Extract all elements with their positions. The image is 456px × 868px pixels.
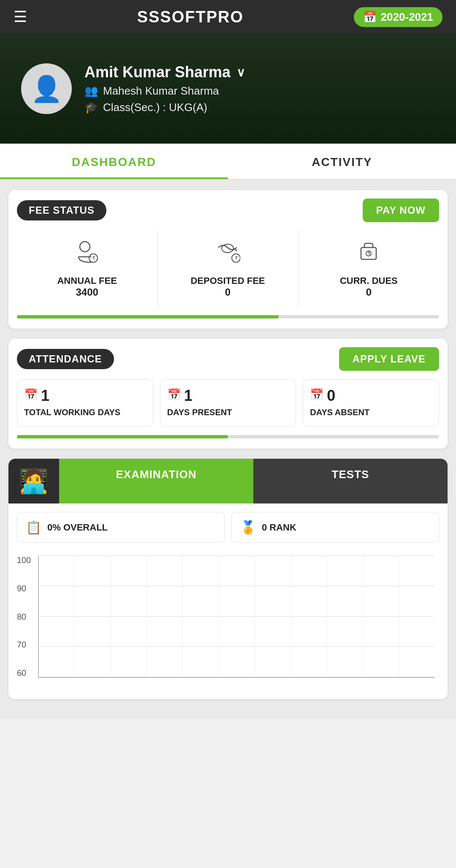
profile-class: 🎓 Class(Sec.) : UKG(A) <box>84 101 245 114</box>
days-present-label: DAYS PRESENT <box>167 407 289 418</box>
app-title: SSSOFTPRO <box>137 8 244 26</box>
header: ☰ SSSOFTPRO 📅 2020-2021 <box>0 0 456 34</box>
fee-status-title: FEE STATUS <box>17 200 106 220</box>
profile-info: Amit Kumar Sharma ∨ 👥 Mahesh Kumar Sharm… <box>84 63 245 114</box>
chevron-down-icon[interactable]: ∨ <box>236 65 245 79</box>
tab-activity[interactable]: ACTIVITY <box>228 144 456 179</box>
calendar-icon: 📅 <box>363 11 377 24</box>
profile-banner: 👤 Amit Kumar Sharma ∨ 👥 Mahesh Kumar Sha… <box>0 34 456 144</box>
days-present-cell: 📅 1 DAYS PRESENT <box>160 379 296 427</box>
menu-icon[interactable]: ☰ <box>14 8 27 26</box>
profile-parent: 👥 Mahesh Kumar Sharma <box>84 84 245 98</box>
attendance-grid: 📅 1 TOTAL WORKING DAYS 📅 1 DAYS PRESENT … <box>17 379 439 427</box>
curr-dues-value: 0 <box>366 286 372 298</box>
attendance-progress-bar-bg <box>17 435 439 438</box>
days-absent-num: 0 <box>327 388 335 403</box>
annual-fee-label: ANNUAL FEE <box>57 275 117 286</box>
exam-icon-box: 🧑‍💻 <box>8 459 59 503</box>
svg-point-4 <box>222 244 233 253</box>
fee-progress-bar-fill <box>17 315 279 318</box>
svg-text:₹: ₹ <box>235 255 238 261</box>
exam-stats: 📋 0% OVERALL 🏅 0 RANK <box>8 503 448 551</box>
total-working-days-num: 1 <box>41 388 49 403</box>
tab-examination[interactable]: EXAMINATION <box>59 459 253 503</box>
fee-grid: ₹ ANNUAL FEE 3400 ₹ DEPOSITED <box>17 231 439 307</box>
attendance-progress-bar-fill <box>17 435 228 438</box>
calendar-icon-working: 📅 <box>24 388 38 401</box>
overall-label: 0% OVERALL <box>47 522 108 533</box>
clipboard-icon: 📋 <box>26 520 41 535</box>
main-tabs: DASHBOARD ACTIVITY <box>0 144 456 180</box>
medal-icon: 🏅 <box>240 520 256 535</box>
fee-status-card: FEE STATUS PAY NOW ₹ ANNUAL FEE 3400 <box>8 190 448 329</box>
annual-fee-value: 3400 <box>76 286 98 298</box>
calendar-icon-present: 📅 <box>167 388 181 401</box>
deposited-fee-icon: ₹ <box>215 239 240 269</box>
fee-status-header: FEE STATUS PAY NOW <box>17 199 439 222</box>
deposited-fee-value: 0 <box>225 286 231 298</box>
fee-progress-bar-bg <box>17 315 439 318</box>
curr-dues-icon: ₹ <box>356 239 381 269</box>
tab-dashboard[interactable]: DASHBOARD <box>0 144 228 179</box>
days-absent-cell: 📅 0 DAYS ABSENT <box>303 379 439 427</box>
exam-tabs: EXAMINATION TESTS <box>59 459 448 503</box>
pay-now-button[interactable]: PAY NOW <box>363 199 439 222</box>
exam-top: 🧑‍💻 EXAMINATION TESTS <box>8 459 448 503</box>
chart-y-labels: 100 90 80 70 60 <box>17 555 31 678</box>
deposited-fee-label: DEPOSITED FEE <box>190 275 265 286</box>
class-icon: 🎓 <box>84 101 98 114</box>
total-working-days-cell: 📅 1 TOTAL WORKING DAYS <box>17 379 153 427</box>
deposited-fee-cell: ₹ DEPOSITED FEE 0 <box>157 231 298 307</box>
overall-stat-box: 📋 0% OVERALL <box>17 512 225 543</box>
curr-dues-label: CURR. DUES <box>340 275 398 286</box>
profile-name: Amit Kumar Sharma ∨ <box>84 63 245 81</box>
svg-text:₹: ₹ <box>92 255 95 261</box>
attendance-title: ATTENDANCE <box>17 349 114 369</box>
annual-fee-cell: ₹ ANNUAL FEE 3400 <box>17 231 157 307</box>
total-working-days-label: TOTAL WORKING DAYS <box>24 407 146 418</box>
days-present-num: 1 <box>184 388 193 403</box>
chart-area: 100 90 80 70 60 <box>8 551 448 699</box>
svg-point-0 <box>80 242 90 252</box>
tab-tests[interactable]: TESTS <box>253 459 448 503</box>
examination-card: 🧑‍💻 EXAMINATION TESTS 📋 0% OVERALL 🏅 0 R… <box>8 459 448 699</box>
main-content: FEE STATUS PAY NOW ₹ ANNUAL FEE 3400 <box>0 180 456 719</box>
chart-body <box>38 555 435 678</box>
curr-dues-cell: ₹ CURR. DUES 0 <box>299 231 439 307</box>
year-label: 2020-2021 <box>381 11 433 24</box>
days-absent-label: DAYS ABSENT <box>310 407 432 418</box>
calendar-icon-absent: 📅 <box>310 388 323 401</box>
year-badge[interactable]: 📅 2020-2021 <box>354 7 442 27</box>
apply-leave-button[interactable]: APPLY LEAVE <box>339 347 439 371</box>
avatar: 👤 <box>21 63 72 114</box>
attendance-card: ATTENDANCE APPLY LEAVE 📅 1 TOTAL WORKING… <box>8 339 448 449</box>
rank-label: 0 RANK <box>262 522 296 533</box>
attendance-header: ATTENDANCE APPLY LEAVE <box>17 347 439 371</box>
svg-text:₹: ₹ <box>367 250 371 256</box>
rank-stat-box: 🏅 0 RANK <box>231 512 439 543</box>
avatar-icon: 👤 <box>31 74 62 104</box>
parent-icon: 👥 <box>84 84 98 98</box>
exam-person-icon: 🧑‍💻 <box>19 467 49 495</box>
annual-fee-icon: ₹ <box>74 239 100 269</box>
